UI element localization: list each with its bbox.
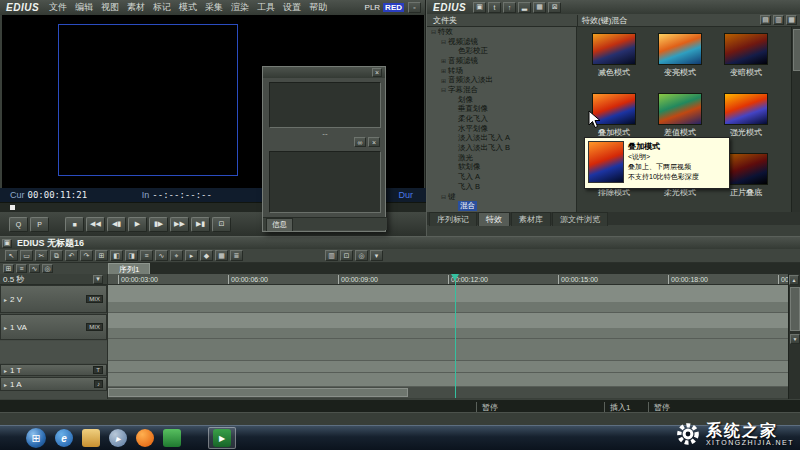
mixer-icon[interactable]: ▥ [325,250,338,261]
twisty-icon[interactable]: ⊟ [439,193,448,200]
menu-file[interactable]: 文件 [45,1,71,14]
redo-icon[interactable]: ↷ [80,250,93,261]
running-app-slot[interactable]: ▶ [208,427,236,449]
tree-item-horizontal-wipe[interactable]: 水平划像 [427,124,576,134]
tab-source-browser[interactable]: 源文件浏览 [552,212,608,226]
add-track-icon[interactable]: ⊞ [3,264,14,273]
info-dialog-titlebar[interactable]: × [263,67,385,78]
dropdown-icon[interactable]: ▾ [370,250,383,261]
start-button[interactable]: ⊞ [26,428,46,448]
position-slider-handle[interactable] [10,205,15,210]
goto-end-button[interactable]: ▶▮ [191,217,210,232]
tree-item-fly-a[interactable]: 飞入 A [427,172,576,182]
monitor-icon[interactable]: ⊡ [340,250,353,261]
link-icon[interactable]: ∞ [354,137,366,147]
menu-tools[interactable]: 工具 [253,1,279,14]
track-expand-icon[interactable]: ▸ [4,296,7,303]
track-expand-icon[interactable]: ▸ [4,381,7,388]
select-icon[interactable]: ▭ [20,250,33,261]
firefox-icon[interactable] [136,429,154,447]
track-list-icon[interactable]: ≡ [16,264,27,273]
scrollbar-thumb[interactable] [793,29,800,71]
loop-button[interactable]: ⊡ [212,217,231,232]
track-content-2v[interactable] [108,285,788,313]
small-icon-view-button[interactable]: ▥ [773,15,784,25]
tree-item-laser[interactable]: 激光 [427,153,576,163]
track-expand-icon[interactable]: ▸ [4,367,7,374]
tree-item-color-correction[interactable]: 色彩校正 [427,46,576,56]
up-icon[interactable]: ↑ [503,2,516,13]
menu-view[interactable]: 视图 [97,1,123,14]
tree-item-audio-fade[interactable]: ⊞音频淡入淡出 [427,75,576,85]
track-badge[interactable]: T [93,366,103,374]
export-icon[interactable]: ◎ [355,250,368,261]
tree-item-key[interactable]: ⊟键 [427,192,576,202]
twisty-icon[interactable]: ⊞ [439,67,448,74]
timeline-ruler[interactable]: 00:00:03:00 00:00:06:00 00:00:09:00 00:0… [108,274,788,285]
timeline-titlebar[interactable]: ▣ EDIUS 无标题16 [0,237,800,249]
effect-subtract-mode[interactable]: 减色模式 [581,31,647,91]
tree-item-fly-b[interactable]: 飞入 B [427,182,576,192]
minimize-icon[interactable]: ▂ [518,2,531,13]
prev-frame-button[interactable]: ◀▮ [107,217,126,232]
twisty-icon[interactable]: ⊟ [439,38,448,45]
menu-mode[interactable]: 模式 [175,1,201,14]
internet-explorer-icon[interactable]: e [55,429,73,447]
trim-right-icon[interactable]: ◨ [125,250,138,261]
q-button[interactable]: Q [9,217,28,232]
track-wave-icon[interactable]: ∿ [29,264,40,273]
play-button[interactable]: ▶ [128,217,147,232]
rewind-button[interactable]: ◀◀ [86,217,105,232]
tree-item-title-mixers[interactable]: ⊟字幕混合 [427,85,576,95]
tree-item-video-filters[interactable]: ⊟视频滤镜 [427,37,576,47]
copy-icon[interactable]: ⧉ [50,250,63,261]
v-scrollbar-thumb[interactable] [790,287,800,331]
trim-left-icon[interactable]: ◧ [110,250,123,261]
move-icon[interactable]: ↖ [5,250,18,261]
folder-explorer-icon[interactable] [82,429,100,447]
playhead-marker[interactable] [451,274,459,281]
next-frame-button[interactable]: ▮▶ [149,217,168,232]
insert-icon[interactable]: ⊞ [95,250,108,261]
menu-edit[interactable]: 编辑 [71,1,97,14]
title-tool-icon[interactable]: t [488,2,501,13]
tree-item-soft-wipe[interactable]: 软划像 [427,163,576,173]
cut-icon[interactable]: ✂ [35,250,48,261]
tree-item-effects[interactable]: ⊟特效 [427,27,576,37]
undo-icon[interactable]: ↶ [65,250,78,261]
timeline-vscrollbar[interactable]: ▲ ▼ [788,274,800,399]
p-button[interactable]: P [30,217,49,232]
track-badge[interactable]: ♪ [94,380,103,388]
tree-item-fade-fly-a[interactable]: 淡入淡出飞入 A [427,134,576,144]
playhead-line[interactable] [455,274,456,398]
track-zoom-icon[interactable]: ◎ [42,264,53,273]
effect-darken-mode[interactable]: 变暗模式 [713,31,779,91]
menu-clip[interactable]: 素材 [123,1,149,14]
stop-button[interactable]: ■ [65,217,84,232]
track-header-2v[interactable]: ▸2 VMIX [0,285,107,313]
tree-item-fade-fly-b[interactable]: 淡入淡出飞入 B [427,143,576,153]
menu-capture[interactable]: 采集 [201,1,227,14]
green-app-icon[interactable] [163,429,181,447]
scroll-down-icon[interactable]: ▼ [790,334,800,344]
track-header-1t[interactable]: ▸1 TT [0,364,107,376]
fast-forward-button[interactable]: ▶▶ [170,217,189,232]
tab-sequence-1[interactable]: 序列1 [108,263,150,274]
timescale-selector[interactable]: 0.5 秒 ▾ [0,274,107,285]
twisty-icon[interactable]: ⊞ [439,77,448,84]
menu-settings[interactable]: 设置 [279,1,305,14]
track-header-1va[interactable]: ▸1 VAMIX [0,314,107,340]
track-header-1a[interactable]: ▸1 A♪ [0,377,107,391]
track-content-1va[interactable] [108,313,788,339]
twisty-icon[interactable]: ⊞ [439,57,448,64]
tab-bin[interactable]: 素材库 [511,212,551,226]
tree-item-transitions[interactable]: ⊞转场 [427,66,576,76]
track-badge[interactable]: MIX [86,323,103,331]
remove-icon[interactable]: × [368,137,380,147]
wave-icon[interactable]: ∿ [155,250,168,261]
track-badge[interactable]: MIX [86,295,103,303]
tree-item-blend[interactable]: 混合 [427,201,576,211]
track-content-1t[interactable] [108,361,788,373]
list-icon[interactable]: ≣ [230,250,243,261]
close-icon[interactable]: × [372,68,382,77]
